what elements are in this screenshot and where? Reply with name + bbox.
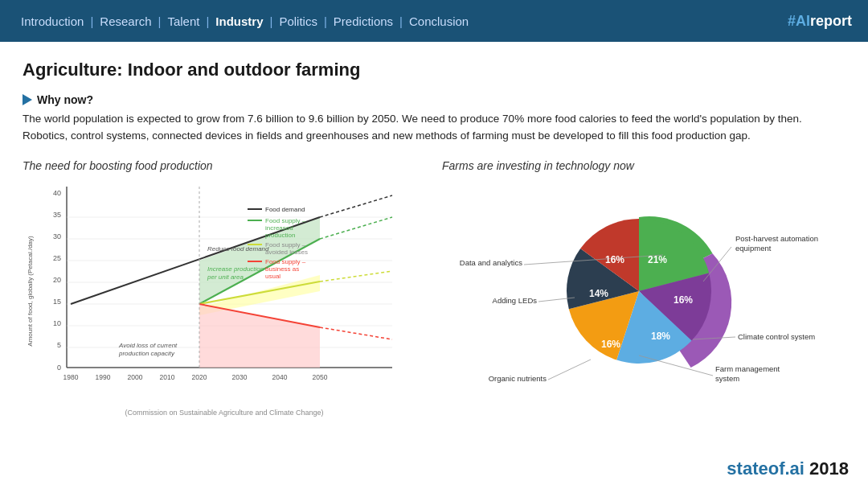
- svg-text:avoided losses: avoided losses: [265, 249, 308, 256]
- svg-text:35: 35: [53, 211, 61, 219]
- svg-text:15: 15: [53, 298, 61, 306]
- page-title: Agriculture: Indoor and outdoor farming: [23, 60, 845, 80]
- chart-source: (Commission on Sustainable Agriculture a…: [23, 409, 426, 417]
- pct-organic: 14%: [589, 288, 608, 299]
- triangle-icon: [23, 94, 32, 105]
- pct-post-harvest: 16%: [674, 294, 693, 306]
- svg-text:Food supply –: Food supply –: [265, 258, 306, 265]
- svg-text:2040: 2040: [272, 373, 288, 381]
- svg-text:Food supply –: Food supply –: [265, 217, 306, 224]
- svg-text:increased: increased: [265, 224, 293, 232]
- nav-item-conclusion[interactable]: Conclusion: [404, 14, 473, 28]
- line-chart-wrapper: 0 5 10 15 20 25 30 35 40 45: [23, 179, 426, 417]
- svg-text:2010: 2010: [160, 373, 175, 381]
- nav-links: Introduction | Research | Talent | Indus…: [16, 14, 473, 28]
- svg-text:2050: 2050: [313, 373, 328, 381]
- pct-climate: 18%: [651, 331, 670, 342]
- svg-text:2030: 2030: [232, 373, 248, 381]
- why-now-label: Why now?: [23, 93, 845, 106]
- nav-item-industry[interactable]: Industry: [211, 14, 268, 28]
- svg-text:10: 10: [53, 319, 61, 327]
- right-chart-container: Farms are investing in technology now: [442, 159, 845, 417]
- svg-text:1990: 1990: [96, 373, 111, 381]
- svg-text:equipment: equipment: [735, 244, 772, 253]
- footer-brand: stateof.ai: [727, 458, 805, 479]
- svg-text:business as: business as: [265, 265, 299, 273]
- label-data-analytics: Data and analytics: [460, 258, 522, 267]
- label-farm-mgmt: Farm management: [715, 364, 780, 373]
- main-content: Agriculture: Indoor and outdoor farming …: [0, 42, 868, 429]
- svg-text:2020: 2020: [192, 373, 207, 381]
- body-text: The world population is expected to grow…: [23, 111, 842, 145]
- nav-item-politics[interactable]: Politics: [274, 14, 322, 28]
- nav-bar: Introduction | Research | Talent | Indus…: [0, 0, 868, 42]
- svg-text:Avoid loss of current: Avoid loss of current: [118, 342, 178, 349]
- nav-item-predictions[interactable]: Predictions: [329, 14, 398, 28]
- svg-text:Food demand: Food demand: [265, 206, 305, 213]
- pct-leds: 16%: [605, 254, 624, 265]
- svg-text:1980: 1980: [63, 373, 79, 381]
- svg-text:40: 40: [53, 189, 61, 197]
- svg-line-37: [320, 271, 392, 281]
- pie-chart-svg: Data and analytics Post-harvest automati…: [442, 179, 828, 400]
- svg-text:system: system: [715, 374, 739, 383]
- label-post-harvest: Post-harvest automation: [735, 234, 818, 243]
- svg-marker-31: [199, 304, 320, 368]
- nav-item-research[interactable]: Research: [95, 14, 156, 28]
- nav-item-introduction[interactable]: Introduction: [16, 14, 88, 28]
- label-organic: Organic nutrients: [489, 374, 547, 383]
- svg-line-65: [548, 360, 591, 380]
- svg-text:5: 5: [57, 341, 61, 349]
- svg-text:production: production: [265, 232, 295, 239]
- svg-line-33: [320, 195, 392, 217]
- label-climate: Climate control system: [738, 332, 815, 341]
- svg-text:Increase production: Increase production: [207, 265, 264, 273]
- svg-text:Amount of food, globally (Peta: Amount of food, globally (Petacal./day): [27, 236, 34, 347]
- svg-text:production capacity: production capacity: [118, 350, 175, 357]
- footer: stateof.ai 2018: [727, 458, 849, 479]
- svg-text:2000: 2000: [128, 373, 143, 381]
- line-chart-svg: 0 5 10 15 20 25 30 35 40 45: [23, 179, 408, 404]
- label-leds: Adding LEDs: [493, 296, 538, 305]
- svg-text:usual: usual: [265, 273, 280, 280]
- svg-line-35: [320, 217, 392, 239]
- pct-data-analytics: 21%: [648, 254, 667, 265]
- svg-text:30: 30: [53, 232, 61, 240]
- svg-text:20: 20: [53, 276, 61, 284]
- charts-section: The need for boosting food production 0 …: [23, 159, 845, 417]
- pie-chart-wrapper: Data and analytics Post-harvest automati…: [442, 179, 828, 404]
- right-chart-title: Farms are investing in technology now: [442, 159, 845, 172]
- pct-farm-mgmt: 16%: [601, 339, 620, 350]
- svg-text:per unit area: per unit area: [207, 273, 244, 281]
- svg-line-39: [320, 327, 392, 339]
- left-chart-container: The need for boosting food production 0 …: [23, 159, 426, 417]
- nav-hashtag: #AIreport: [788, 13, 852, 30]
- left-chart-title: The need for boosting food production: [23, 159, 426, 172]
- svg-text:0: 0: [57, 364, 61, 372]
- why-now-section: Why now? The world population is expecte…: [23, 93, 845, 145]
- svg-text:25: 25: [53, 254, 61, 262]
- svg-text:Reduce food demand: Reduce food demand: [207, 245, 269, 253]
- svg-text:Food supply –: Food supply –: [265, 241, 306, 249]
- nav-item-talent[interactable]: Talent: [162, 14, 204, 28]
